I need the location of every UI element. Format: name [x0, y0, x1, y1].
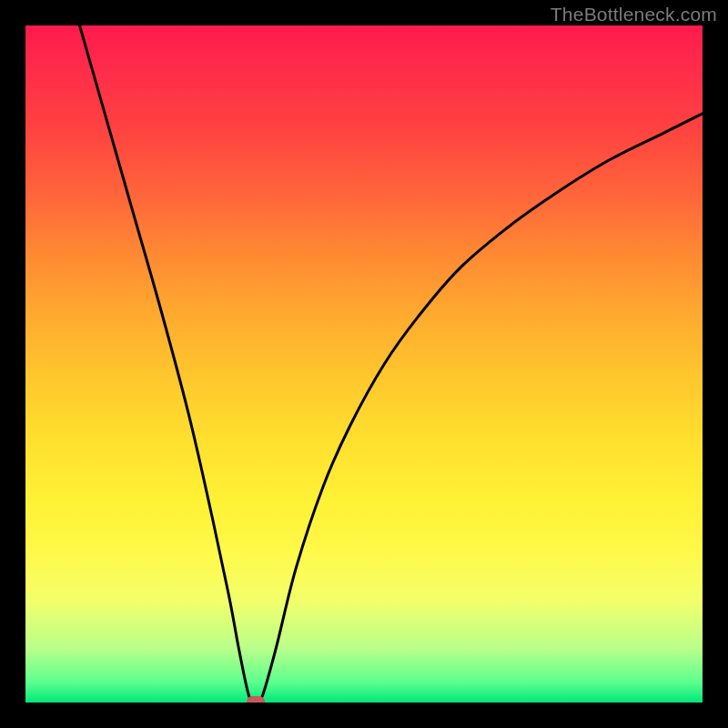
- plot-area: [25, 25, 703, 703]
- bottleneck-curve: [25, 25, 703, 703]
- chart-frame: TheBottleneck.com: [0, 0, 728, 728]
- watermark-text: TheBottleneck.com: [551, 4, 717, 25]
- optimal-point-marker: [247, 696, 265, 703]
